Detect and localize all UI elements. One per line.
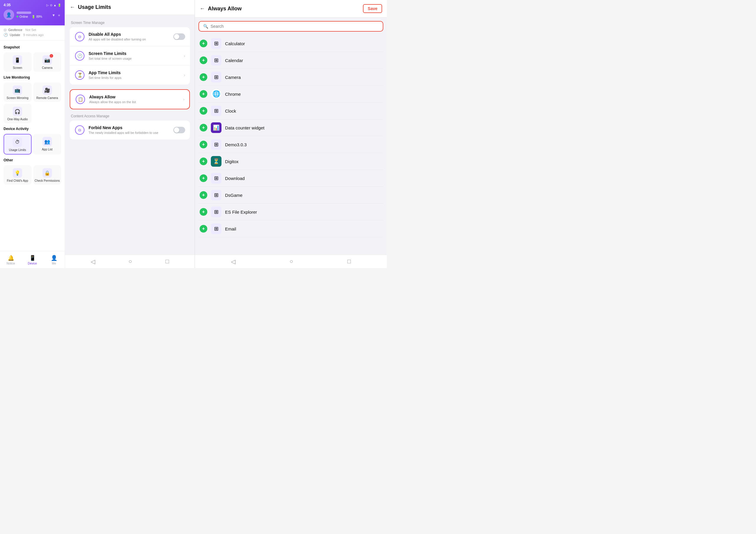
always-allow-back-btn[interactable]: ← bbox=[200, 6, 205, 12]
update-value: 9 minutes ago bbox=[23, 33, 43, 37]
app-time-limits-item[interactable]: ⏳ App Time Limits Set time limits for ap… bbox=[70, 65, 190, 85]
screen-time-arrow: › bbox=[184, 53, 185, 58]
left-meta: ◎ Geofence Not Set 🕐 Update 9 minutes ag… bbox=[0, 25, 65, 41]
usage-limits-back-btn[interactable]: ← bbox=[70, 4, 75, 10]
clock-app-icon: ⊞ bbox=[211, 105, 222, 116]
update-icon: 🕐 bbox=[4, 33, 8, 37]
app-item-demo[interactable]: + ⊞ Demo3.0.3 bbox=[199, 136, 383, 153]
screen-time-manage-card: ⊖ Disable All Apps All apps will be disa… bbox=[70, 27, 190, 85]
right-nav-recent-icon[interactable]: □ bbox=[347, 258, 351, 265]
app-item-data-counter[interactable]: + 📊 Data counter widget bbox=[199, 119, 383, 136]
add-calendar-btn[interactable]: + bbox=[200, 56, 207, 64]
app-list-item[interactable]: 👥 App List bbox=[33, 134, 62, 155]
app-item-email[interactable]: + ⊞ Email bbox=[199, 220, 383, 237]
always-allow-item[interactable]: 📋 Always Allow Always allow the apps on … bbox=[70, 90, 189, 109]
battery-label: 🔋 bbox=[32, 15, 35, 18]
es-explorer-icon: ⊞ bbox=[211, 207, 222, 217]
demo-name: Demo3.0.3 bbox=[225, 142, 247, 147]
add-camera-btn[interactable]: + bbox=[200, 73, 207, 81]
app-item-clock[interactable]: + ⊞ Clock bbox=[199, 102, 383, 119]
wifi-icon: ▲ bbox=[53, 4, 56, 7]
screen-mirroring-item[interactable]: 📺 Screen Mirroring bbox=[4, 82, 32, 102]
remote-camera-label: Remote Camera bbox=[36, 96, 58, 99]
add-data-counter-btn[interactable]: + bbox=[200, 124, 207, 131]
forbid-apps-toggle[interactable] bbox=[173, 127, 185, 133]
remote-camera-item[interactable]: 🎥 Remote Camera bbox=[33, 82, 62, 102]
screen-time-manage-label: Screen Time Manage bbox=[70, 21, 190, 25]
screen-time-text: Screen Time Limits Set total time of scr… bbox=[89, 51, 180, 61]
geofence-value: Not Set bbox=[25, 28, 36, 32]
add-download-btn[interactable]: + bbox=[200, 174, 207, 182]
add-es-explorer-btn[interactable]: + bbox=[200, 208, 207, 216]
app-item-calendar[interactable]: + ⊞ Calendar bbox=[199, 52, 383, 69]
app-item-calculator[interactable]: + ⊞ Calculator bbox=[199, 35, 383, 52]
tab-me[interactable]: 👤 Me bbox=[43, 254, 65, 266]
status-bar: 4:35 ▷ ⊙ ▲ 🔋 bbox=[4, 3, 61, 7]
header-controls: ▾ ＋ bbox=[53, 13, 61, 18]
device-activity-title: Device Activity bbox=[4, 127, 61, 131]
app-item-es-explorer[interactable]: + ⊞ ES File Explorer bbox=[199, 204, 383, 220]
add-icon[interactable]: ＋ bbox=[57, 13, 61, 18]
usage-limits-label: Usage Limits bbox=[9, 148, 26, 152]
check-permissions-item[interactable]: 🔒 Check Permissions bbox=[33, 165, 62, 185]
dsgame-name: DsGame bbox=[225, 193, 242, 198]
screen-mirroring-label: Screen Mirroring bbox=[7, 96, 28, 99]
add-digitox-btn[interactable]: + bbox=[200, 157, 207, 165]
update-item: 🕐 Update 9 minutes ago bbox=[4, 33, 61, 37]
nav-home-icon[interactable]: ○ bbox=[128, 258, 132, 265]
usage-limits-item[interactable]: ⏱ Usage Limits bbox=[4, 134, 32, 155]
dropdown-icon[interactable]: ▾ bbox=[53, 13, 55, 18]
calculator-icon: ⊞ bbox=[211, 38, 222, 49]
chrome-name: Chrome bbox=[225, 92, 241, 97]
always-allow-arrow: › bbox=[183, 97, 185, 102]
screen-mirroring-icon: 📺 bbox=[13, 85, 22, 95]
disable-apps-toggle[interactable] bbox=[173, 33, 185, 40]
find-childs-app-item[interactable]: 💡 Find Child's App bbox=[4, 165, 32, 185]
other-title: Other bbox=[4, 158, 61, 162]
app-time-title: App Time Limits bbox=[89, 70, 180, 75]
tab-device[interactable]: 📱 Device bbox=[21, 254, 43, 266]
screen-time-limits-item[interactable]: 🕐 Screen Time Limits Set total time of s… bbox=[70, 46, 190, 65]
app-item-camera[interactable]: + ⊞ Camera bbox=[199, 69, 383, 86]
content-access-label: Content Access Manage bbox=[70, 114, 190, 118]
disable-apps-icon: ⊖ bbox=[75, 32, 85, 42]
add-calculator-btn[interactable]: + bbox=[200, 40, 207, 47]
forbid-new-apps-item[interactable]: ⊖ Forbid New Apps The newly installed ap… bbox=[70, 121, 190, 139]
left-header: 4:35 ▷ ⊙ ▲ 🔋 👤 Online 🔋 89% ▾ bbox=[0, 0, 65, 25]
search-bar: 🔍 bbox=[199, 21, 383, 32]
app-item-dsgame[interactable]: + ⊞ DsGame bbox=[199, 187, 383, 204]
signal-icon: ⊙ bbox=[50, 4, 52, 7]
status-icons: ▷ ⊙ ▲ 🔋 bbox=[46, 4, 61, 7]
one-way-audio-item[interactable]: 🎧 One-Way Audio bbox=[4, 104, 32, 123]
app-item-digitox[interactable]: + ⏳ Digitox bbox=[199, 153, 383, 170]
permissions-label: Check Permissions bbox=[35, 179, 60, 182]
save-button[interactable]: Save bbox=[363, 4, 382, 13]
forbid-apps-desc: The newly installed apps will be forbidd… bbox=[89, 131, 170, 135]
app-item-download[interactable]: + ⊞ Download bbox=[199, 170, 383, 187]
left-scroll: Snapshot 📱 Screen 📷 ! Camera Live Monito… bbox=[0, 41, 65, 251]
search-input[interactable] bbox=[210, 24, 379, 29]
right-nav-back-icon[interactable]: ◁ bbox=[231, 258, 235, 265]
add-dsgame-btn[interactable]: + bbox=[200, 191, 207, 199]
disable-all-apps-item[interactable]: ⊖ Disable All Apps All apps will be disa… bbox=[70, 27, 190, 46]
snapshot-camera-item[interactable]: 📷 ! Camera bbox=[33, 52, 62, 72]
add-clock-btn[interactable]: + bbox=[200, 107, 207, 115]
screen-icon: 📱 bbox=[13, 55, 22, 65]
snapshot-screen-item[interactable]: 📱 Screen bbox=[4, 52, 32, 72]
audio-icon: 🎧 bbox=[13, 107, 22, 116]
nav-recent-icon[interactable]: □ bbox=[165, 258, 169, 265]
right-nav-home-icon[interactable]: ○ bbox=[289, 258, 293, 265]
nav-back-icon[interactable]: ◁ bbox=[91, 258, 95, 265]
screen-label: Screen bbox=[13, 66, 22, 70]
device-activity-grid: ⏱ Usage Limits 👥 App List bbox=[4, 134, 61, 155]
demo-icon: ⊞ bbox=[211, 139, 222, 150]
email-icon: ⊞ bbox=[211, 223, 222, 234]
add-chrome-btn[interactable]: + bbox=[200, 90, 207, 98]
digitox-icon: ⏳ bbox=[211, 156, 222, 167]
app-item-chrome[interactable]: + 🌐 Chrome bbox=[199, 86, 383, 102]
camera-icon: 📷 ! bbox=[42, 55, 52, 65]
snapshot-title: Snapshot bbox=[4, 45, 61, 49]
tab-notice[interactable]: 🔔 Notice bbox=[0, 254, 21, 266]
add-email-btn[interactable]: + bbox=[200, 225, 207, 233]
add-demo-btn[interactable]: + bbox=[200, 141, 207, 148]
